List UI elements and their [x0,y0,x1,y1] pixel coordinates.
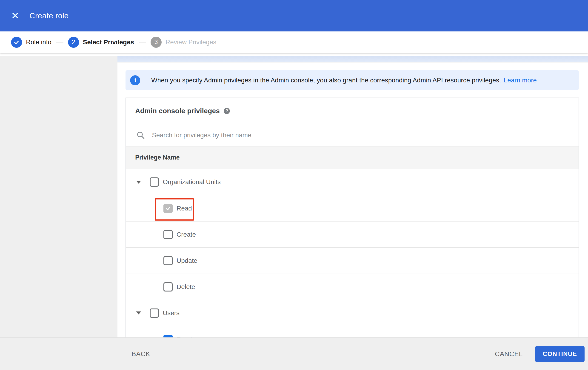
step-connector [56,42,63,42]
privilege-label: Read [177,336,192,338]
expand-arrow-icon[interactable] [136,181,141,184]
search-icon [136,131,145,140]
stepper: Role info 2 Select Privileges 3 Review P… [0,31,588,53]
privilege-label: Read [177,205,192,212]
close-button[interactable]: ✕ [7,8,23,24]
step-complete-check-icon [11,37,22,48]
privilege-row: Delete [126,274,578,300]
left-panel [0,56,117,337]
privilege-checkbox[interactable] [163,204,173,213]
continue-button[interactable]: CONTINUE [535,346,585,362]
step-role-info[interactable]: Role info [11,37,52,48]
privilege-checkbox[interactable] [163,256,173,265]
privilege-checkbox[interactable] [150,309,159,318]
scrolled-content-strip [117,56,588,62]
step-number-2: 2 [68,37,79,48]
privilege-checkbox[interactable] [163,335,173,338]
privilege-row: Read [126,195,578,221]
privilege-row: Create [126,221,578,247]
privilege-tree: Organizational Units Read Create Update … [126,169,578,337]
privilege-checkbox[interactable] [163,282,173,291]
privilege-label: Organizational Units [163,178,221,186]
expand-arrow-icon[interactable] [136,311,141,314]
info-banner: i When you specify Admin privileges in t… [126,70,579,90]
step-review-privileges[interactable]: 3 Review Privileges [151,37,216,48]
privilege-label: Update [177,257,197,264]
table-header-row: Privilege Name [126,146,578,169]
privilege-label: Users [163,310,179,317]
privilege-row: Update [126,247,578,274]
footer-action-bar: BACK CANCEL CONTINUE [0,337,588,370]
step-label: Select Privileges [83,39,134,46]
back-button[interactable]: BACK [128,338,154,370]
step-number-3: 3 [151,37,162,48]
info-icon: i [130,75,140,85]
privileges-card: Admin console privileges ? Privilege Nam… [126,98,579,337]
step-connector [139,42,146,42]
learn-more-link[interactable]: Learn more [504,77,537,84]
search-row [126,124,578,146]
main-content: i When you specify Admin privileges in t… [117,56,588,337]
step-label: Review Privileges [166,39,216,46]
info-banner-text: When you specify Admin privileges in the… [151,77,501,84]
close-icon: ✕ [11,11,19,21]
privilege-checkbox[interactable] [150,177,159,187]
help-icon[interactable]: ? [224,108,230,114]
card-title: Admin console privileges [135,107,220,115]
privilege-row: Users [126,300,578,326]
privilege-row: Organizational Units [126,169,578,195]
card-header: Admin console privileges ? [126,98,578,124]
search-input[interactable] [152,131,520,139]
step-label: Role info [26,39,52,46]
column-header-privilege-name: Privilege Name [135,154,180,161]
create-role-dialog: ✕ Create role Role info 2 Select Privile… [0,0,588,370]
privilege-label: Create [177,231,196,238]
privilege-row: Read [126,326,578,337]
dialog-title: Create role [29,11,69,20]
privilege-label: Delete [177,283,195,290]
app-bar: ✕ Create role [0,0,588,31]
cancel-button[interactable]: CANCEL [489,346,528,362]
privilege-checkbox[interactable] [163,230,173,239]
footer-right-group: CANCEL CONTINUE [489,338,585,370]
step-select-privileges[interactable]: 2 Select Privileges [68,37,134,48]
